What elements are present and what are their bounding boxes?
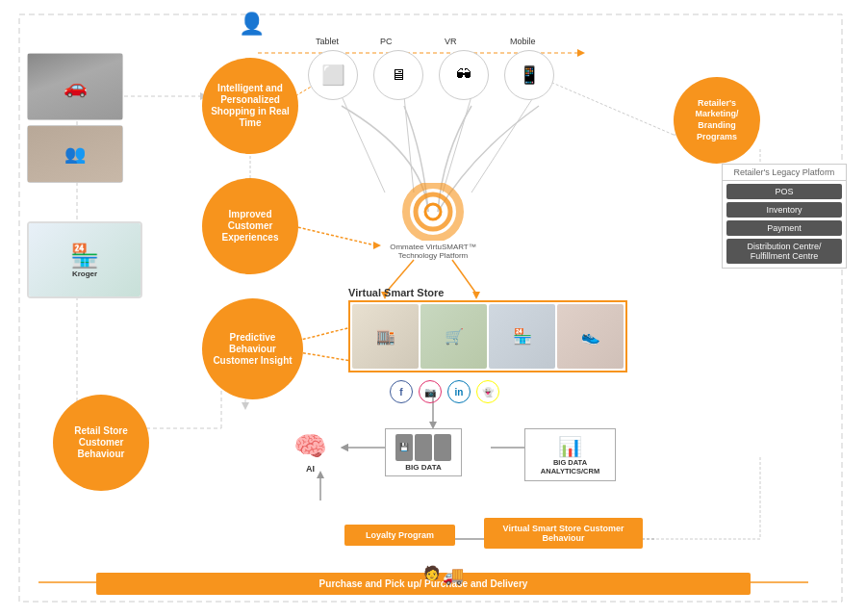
retail-label: Retail Store Customer Behaviour — [61, 425, 141, 460]
person-icon: 👤 — [239, 12, 265, 37]
snapchat-icon: 👻 — [476, 380, 499, 403]
legacy-title: Retailer's Legacy Platform — [723, 165, 846, 181]
pc-label: PC — [380, 37, 393, 48]
linkedin-icon: in — [447, 380, 471, 403]
legacy-distribution: Distribution Centre/ Fulfillment Centre — [726, 239, 842, 264]
ai-section: 🧠 AI — [293, 430, 327, 474]
platform-name: Ommatee VirtuSMART™ — [390, 243, 476, 251]
retailers-circle: Retailer's Marketing/ Branding Programs — [674, 77, 760, 164]
big-data-box: 💾 BIG DATA — [385, 428, 462, 476]
svg-marker-29 — [341, 444, 348, 451]
intelligent-label: Intelligent and Personalized Shopping in… — [210, 83, 291, 129]
loyalty-btn[interactable]: Loyalty Program — [344, 525, 455, 546]
svg-marker-2 — [577, 49, 585, 57]
svg-point-49 — [416, 194, 450, 229]
mobile-label: Mobile — [510, 37, 536, 48]
vr-circle: 🕶 — [439, 50, 489, 100]
kroger-store: 🏪 Kroger — [27, 221, 142, 298]
svg-marker-20 — [472, 292, 480, 299]
predictive-circle: Predictive Behaviour Customer Insight — [202, 298, 303, 399]
facebook-icon: f — [390, 380, 413, 403]
tablet-label: Tablet — [316, 37, 339, 48]
svg-line-8 — [293, 226, 375, 245]
legacy-inventory: Inventory — [726, 202, 842, 218]
mobile-circle: 📱 — [504, 50, 554, 100]
instagram-icon: 📷 — [419, 380, 442, 403]
analytics-label: BIG DATA ANALYTICS/CRM — [529, 458, 611, 475]
virtual-store-label: Virtual Smart Store — [348, 287, 444, 298]
social-icons-row: f 📷 in 👻 — [390, 380, 499, 403]
virtual-store-box: 🏬 🛒 🏪 👟 — [348, 300, 627, 372]
traffic-image: 🚗 — [27, 53, 123, 120]
virtual-behaviour-btn[interactable]: Virtual Smart Store Customer Behaviour — [484, 518, 643, 549]
svg-line-19 — [452, 260, 476, 294]
predictive-label: Predictive Behaviour Customer Insight — [210, 332, 295, 367]
big-data-label: BIG DATA — [405, 463, 441, 472]
delivery-person-icon: 🧑 — [423, 565, 440, 580]
legacy-platform-box: Retailer's Legacy Platform POS Inventory… — [722, 164, 847, 269]
svg-marker-28 — [341, 444, 348, 451]
platform-subtitle: Technology Platform — [398, 251, 468, 260]
svg-line-3 — [342, 96, 385, 192]
svg-marker-47 — [242, 402, 249, 410]
intelligent-circle: Intelligent and Personalized Shopping in… — [202, 58, 298, 154]
svg-line-22 — [539, 77, 674, 135]
analytics-box: 📊 BIG DATA ANALYTICS/CRM — [524, 428, 616, 481]
svg-marker-9 — [373, 242, 381, 249]
legacy-payment: Payment — [726, 220, 842, 236]
pc-circle: 🖥 — [373, 50, 423, 100]
vr-label: VR — [445, 37, 457, 48]
svg-point-50 — [425, 204, 441, 219]
truck-icon: 🚚 — [443, 565, 464, 586]
ai-label: AI — [293, 464, 327, 474]
improved-circle: Improved Customer Experiences — [202, 178, 298, 274]
retailers-label: Retailer's Marketing/ Branding Programs — [681, 98, 752, 143]
tablet-circle: ⬜ — [308, 50, 358, 100]
improved-label: Improved Customer Experiences — [210, 209, 291, 244]
ommatee-logo: Ommatee VirtuSMART™ Technology Platform — [385, 178, 481, 265]
legacy-pos: POS — [726, 184, 842, 199]
crowd-image: 👥 — [27, 125, 123, 183]
retail-circle: Retail Store Customer Behaviour — [53, 395, 149, 491]
diagram-container: 👤 Intelligent and Personalized Shopping … — [0, 0, 866, 616]
